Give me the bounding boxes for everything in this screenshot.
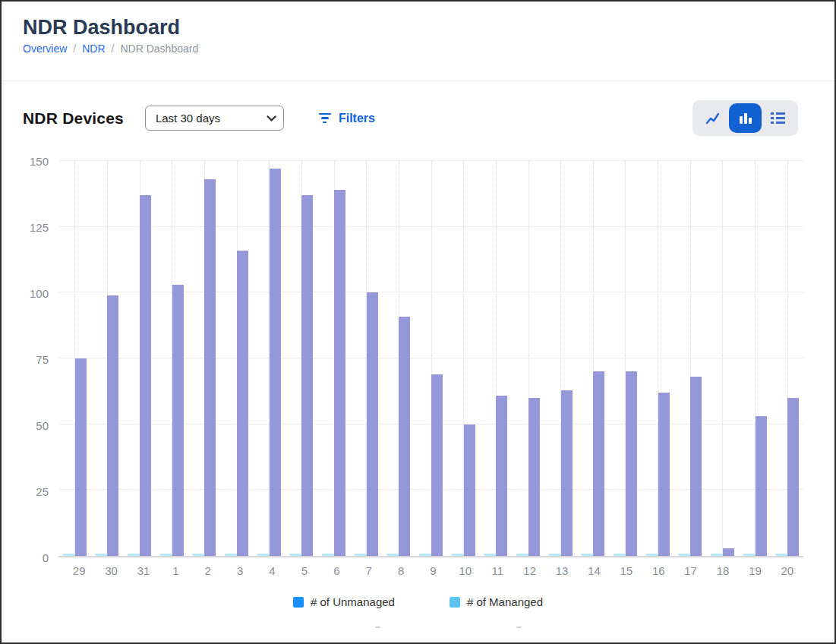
bar-managed[interactable] <box>355 554 367 556</box>
legend-footnote-dash <box>375 627 380 628</box>
bar-unmanaged[interactable] <box>723 548 734 556</box>
x-tick-label: 5 <box>289 557 320 577</box>
y-tick-label: 50 <box>36 419 49 432</box>
bar-managed[interactable] <box>192 554 204 556</box>
bar-unmanaged[interactable] <box>658 393 670 556</box>
chart-column <box>317 161 350 556</box>
bar-managed[interactable] <box>743 554 756 556</box>
x-tick-label: 6 <box>320 557 352 577</box>
bar-unmanaged[interactable] <box>270 169 281 556</box>
bar-chart-view-button[interactable] <box>729 103 762 133</box>
chart-column <box>188 161 221 556</box>
bar-unmanaged[interactable] <box>334 190 345 556</box>
chart-column <box>253 161 286 556</box>
bar-managed[interactable] <box>322 554 334 556</box>
bar-unmanaged[interactable] <box>496 396 507 556</box>
chart-column <box>123 161 156 556</box>
bar-unmanaged[interactable] <box>431 374 443 556</box>
x-tick-label: 29 <box>63 557 95 577</box>
bar-unmanaged[interactable] <box>140 195 151 556</box>
bar-unmanaged[interactable] <box>301 195 313 556</box>
bar-managed[interactable] <box>257 554 270 556</box>
legend-item-unmanaged[interactable]: # of Unmanaged <box>293 595 395 608</box>
bar-chart-icon <box>738 112 753 125</box>
filters-button[interactable]: Filters <box>319 112 375 125</box>
bar-unmanaged[interactable] <box>107 295 118 556</box>
chart-column <box>383 161 415 556</box>
chart-column <box>58 161 91 556</box>
x-tick-label: 15 <box>610 557 642 577</box>
chart-column <box>771 161 803 556</box>
line-chart-view-button[interactable] <box>696 103 729 133</box>
breadcrumb-ndr[interactable]: NDR <box>82 43 105 55</box>
chart-column <box>480 161 513 556</box>
bar-managed[interactable] <box>678 554 690 556</box>
bar-managed[interactable] <box>289 554 301 556</box>
bar-unmanaged[interactable] <box>464 425 475 556</box>
list-view-button[interactable] <box>762 103 794 133</box>
bar-unmanaged[interactable] <box>528 398 540 556</box>
bar-unmanaged[interactable] <box>756 416 767 556</box>
time-range-value: Last 30 days <box>156 112 220 125</box>
y-tick-label: 75 <box>36 353 49 366</box>
bar-unmanaged[interactable] <box>75 358 87 556</box>
bar-managed[interactable] <box>711 554 723 556</box>
legend-item-mananged[interactable]: # of Mananged <box>450 595 543 608</box>
chart-column <box>415 161 447 556</box>
chart-column <box>156 161 188 556</box>
x-tick-label: 4 <box>256 557 288 577</box>
bar-managed[interactable] <box>386 554 399 556</box>
x-tick-label: 13 <box>546 557 578 577</box>
chart-column <box>91 161 124 556</box>
bar-managed[interactable] <box>95 554 107 556</box>
bar-managed[interactable] <box>516 554 528 556</box>
bar-unmanaged[interactable] <box>172 285 184 556</box>
bar-unmanaged[interactable] <box>399 317 410 556</box>
bar-unmanaged[interactable] <box>787 398 799 556</box>
legend-swatch-mananged <box>450 597 460 608</box>
chart-column <box>447 161 480 556</box>
y-tick-label: 0 <box>43 551 49 564</box>
chart-column <box>544 161 577 556</box>
bar-unmanaged[interactable] <box>237 251 248 556</box>
bar-managed[interactable] <box>775 554 787 556</box>
x-tick-label: 12 <box>513 557 545 577</box>
x-tick-label: 7 <box>353 557 385 577</box>
bar-managed[interactable] <box>63 554 75 556</box>
bar-unmanaged[interactable] <box>204 179 216 556</box>
bar-managed[interactable] <box>646 554 658 556</box>
chart-column <box>674 161 706 556</box>
bar-managed[interactable] <box>419 554 431 556</box>
bar-managed[interactable] <box>614 554 626 556</box>
chart: 0255075100125150 29303112345678910111213… <box>2 161 834 577</box>
bar-unmanaged[interactable] <box>367 292 378 556</box>
x-tick-label: 9 <box>417 557 449 577</box>
y-tick-label: 25 <box>36 485 49 498</box>
bar-managed[interactable] <box>549 554 561 556</box>
bar-unmanaged[interactable] <box>561 390 573 556</box>
legend-footnote-dash <box>516 627 522 628</box>
bar-managed[interactable] <box>484 554 496 556</box>
bar-managed[interactable] <box>128 554 140 556</box>
breadcrumb-separator: / <box>73 43 76 55</box>
section-title: NDR Devices <box>23 109 124 128</box>
bar-managed[interactable] <box>225 554 237 556</box>
bar-managed[interactable] <box>160 554 172 556</box>
legend-label-mananged: # of Mananged <box>467 595 543 608</box>
breadcrumb-overview[interactable]: Overview <box>23 43 67 55</box>
bar-unmanaged[interactable] <box>593 371 604 556</box>
chart-column <box>512 161 544 556</box>
bar-unmanaged[interactable] <box>690 377 702 556</box>
chart-column <box>642 161 674 556</box>
bar-unmanaged[interactable] <box>626 371 637 556</box>
time-range-select[interactable]: Last 30 days <box>145 106 284 131</box>
chart-column <box>609 161 642 556</box>
x-tick-label: 1 <box>159 557 191 577</box>
x-tick-label: 19 <box>739 557 771 577</box>
bar-managed[interactable] <box>581 554 593 556</box>
x-tick-label: 3 <box>224 557 256 577</box>
x-tick-label: 2 <box>192 557 224 577</box>
x-tick-label: 11 <box>481 557 513 577</box>
x-tick-label: 17 <box>674 557 706 577</box>
bar-managed[interactable] <box>452 554 464 556</box>
